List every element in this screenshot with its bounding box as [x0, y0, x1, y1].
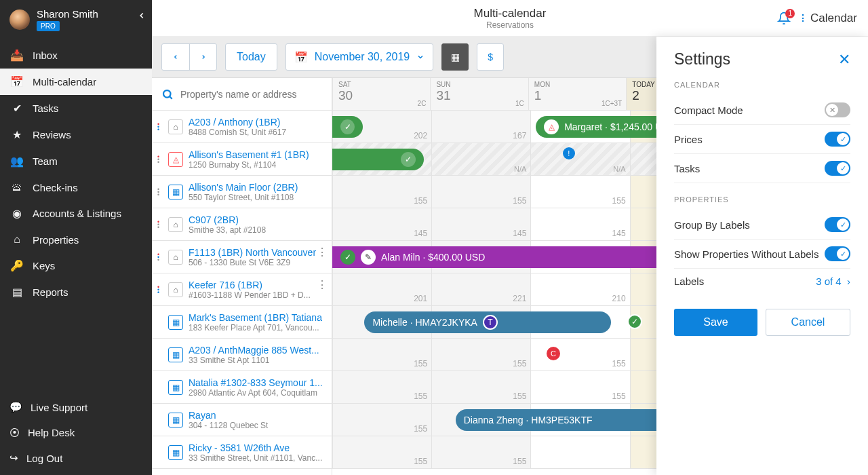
property-column: ••• ⌂ A203 / Anthony (1BR)8488 Cornish S…: [152, 78, 332, 475]
calendar-link[interactable]: ⫶ Calendar: [800, 12, 857, 25]
sidebar-item-accounts[interactable]: ◉Accounts & Listings: [0, 200, 152, 227]
setting-compact: Compact Mode ✕: [674, 96, 850, 125]
cell[interactable]: 155: [332, 404, 431, 436]
airbnb-icon: ◬: [168, 152, 183, 167]
toggle-compact[interactable]: ✕: [825, 102, 850, 117]
sidebar-item-keys[interactable]: 🔑Keys: [0, 252, 152, 279]
sidebar-item-inbox[interactable]: 📥Inbox: [0, 42, 152, 69]
row-menu-icon[interactable]: ⋮: [317, 283, 328, 287]
cell[interactable]: 145: [332, 208, 431, 240]
sidebar-item-support[interactable]: 💬Live Support: [0, 394, 152, 420]
drag-handle-icon[interactable]: •••: [157, 253, 163, 261]
cell[interactable]: 201: [332, 273, 431, 305]
property-row[interactable]: ••• ⌂ Keefer 716 (1BR)#1603-1188 W Pende…: [152, 273, 332, 306]
cell[interactable]: 155: [332, 371, 431, 403]
today-button[interactable]: Today: [225, 43, 277, 71]
cell[interactable]: 155: [431, 436, 530, 468]
booking-pill[interactable]: ✓: [332, 116, 363, 138]
tasks-icon: ✔: [9, 102, 24, 115]
topbar: Multi-calendar Reservations 1 ⫶ Calendar: [152, 0, 868, 37]
sidebar-nav: 📥Inbox 📅Multi-calendar ✔Tasks ★Reviews 👥…: [0, 42, 152, 305]
drag-handle-icon[interactable]: •••: [157, 188, 163, 196]
toggle-tasks[interactable]: ✓: [825, 161, 850, 176]
toggle-prices[interactable]: ✓: [825, 132, 850, 147]
cell[interactable]: 145: [431, 208, 530, 240]
channel-icon: ⌂: [168, 282, 183, 297]
next-button[interactable]: [189, 44, 216, 70]
property-row[interactable]: ••• ⌂ C907 (2BR)Smithe 33, apt #2108: [152, 208, 332, 241]
cell[interactable]: N/A: [530, 143, 629, 175]
prev-button[interactable]: [162, 44, 189, 70]
main: Multi-calendar Reservations 1 ⫶ Calendar…: [152, 0, 868, 475]
close-icon[interactable]: ✕: [838, 51, 850, 69]
drag-handle-icon[interactable]: •••: [157, 221, 163, 229]
check-icon[interactable]: ✓: [627, 314, 642, 329]
property-row[interactable]: ▦ Ricky - 3581 W26th Ave33 Smithe Street…: [152, 436, 332, 469]
sidebar-item-reviews[interactable]: ★Reviews: [0, 121, 152, 148]
property-row[interactable]: ▦ Natalia #1302-833 Seymour 1...2980 Atl…: [152, 371, 332, 404]
cell[interactable]: 155: [530, 176, 629, 208]
cell[interactable]: 155: [530, 339, 629, 370]
inbox-icon: 📥: [9, 49, 24, 62]
cell[interactable]: 155: [530, 371, 629, 403]
sidebar-item-reports[interactable]: ▤Reports: [0, 279, 152, 305]
drag-handle-icon[interactable]: •••: [157, 286, 163, 294]
property-row[interactable]: ••• ▦ Allison's Main Floor (2BR)550 Tayl…: [152, 176, 332, 208]
sidebar-collapse-icon[interactable]: [137, 11, 146, 20]
sidebar-item-logout[interactable]: ↪Log Out: [0, 445, 152, 471]
cell[interactable]: 155: [332, 339, 431, 370]
cell[interactable]: 221: [431, 273, 530, 305]
chevron-down-icon: [416, 53, 425, 61]
user-circle-icon: ◉: [9, 207, 24, 220]
property-row[interactable]: ••• ⌂ A203 / Anthony (1BR)8488 Cornish S…: [152, 111, 332, 143]
sidebar-item-team[interactable]: 👥Team: [0, 148, 152, 174]
search-icon[interactable]: [161, 88, 174, 100]
cell[interactable]: 155: [431, 339, 530, 370]
toggle-group[interactable]: ✓: [825, 217, 850, 232]
sidebar-item-multicalendar[interactable]: 📅Multi-calendar: [0, 69, 152, 95]
cell[interactable]: 145: [530, 208, 629, 240]
avatar[interactable]: [9, 10, 30, 30]
drag-handle-icon[interactable]: •••: [157, 123, 163, 131]
property-row[interactable]: ▦ Rayan304 - 1128 Quebec St: [152, 404, 332, 436]
drag-handle-icon[interactable]: •••: [157, 155, 163, 164]
cell[interactable]: 210: [530, 273, 629, 305]
section-label: CALENDAR: [674, 81, 850, 89]
page-title: Multi-calendar: [474, 7, 547, 20]
sidebar-item-checkins[interactable]: 🛎Check-ins: [0, 174, 152, 200]
property-row[interactable]: ▦ A203 / AnthMaggie 885 West...33 Smithe…: [152, 339, 332, 371]
property-row[interactable]: ••• ◬ Allison's Basement #1 (1BR)1250 Bu…: [152, 143, 332, 176]
property-row[interactable]: ▦ Mark's Basement (1BR) Tatiana183 Keefe…: [152, 306, 332, 339]
setting-labels[interactable]: Labels 3 of 4 ›: [674, 269, 850, 294]
booking-pill[interactable]: ✓: [332, 149, 424, 170]
property-row[interactable]: ••• ⌂ F1113 (1BR) North Vancouver506 - 1…: [152, 241, 332, 273]
cancel-button[interactable]: Cancel: [766, 309, 850, 336]
date-picker[interactable]: 📅 November 30, 2019: [285, 43, 434, 71]
cell[interactable]: 155: [332, 176, 431, 208]
channel-icon: ⌂: [168, 250, 183, 265]
alert-icon[interactable]: !: [563, 147, 575, 159]
cell[interactable]: 167: [431, 111, 530, 142]
cell[interactable]: N/A: [431, 143, 530, 175]
pricing-view-button[interactable]: $: [477, 43, 504, 71]
day-header[interactable]: SUN311C: [430, 78, 528, 110]
booking-pill[interactable]: Michelle · HMAY2JKYKAT: [364, 311, 610, 333]
sidebar-item-helpdesk[interactable]: ⦿Help Desk: [0, 420, 152, 445]
notifications-button[interactable]: 1: [777, 12, 791, 25]
sidebar-item-tasks[interactable]: ✔Tasks: [0, 95, 152, 121]
cell[interactable]: 155: [431, 176, 530, 208]
alert-icon[interactable]: C: [547, 347, 560, 360]
toggle-show-without[interactable]: ✓: [825, 246, 850, 261]
cell[interactable]: 155: [431, 371, 530, 403]
day-header[interactable]: SAT302C: [332, 78, 430, 110]
save-button[interactable]: Save: [674, 309, 757, 336]
calendar-view-button[interactable]: ▦: [441, 43, 469, 71]
cell[interactable]: [530, 436, 629, 468]
row-menu-icon[interactable]: ⋮: [317, 250, 328, 254]
chart-icon: ▤: [9, 286, 24, 299]
sidebar-item-properties[interactable]: ⌂Properties: [0, 227, 152, 252]
cell[interactable]: 155: [332, 436, 431, 468]
day-header[interactable]: MON11C+3T: [528, 78, 626, 110]
homeaway-icon: ▦: [168, 445, 183, 460]
search-input[interactable]: [180, 89, 322, 100]
